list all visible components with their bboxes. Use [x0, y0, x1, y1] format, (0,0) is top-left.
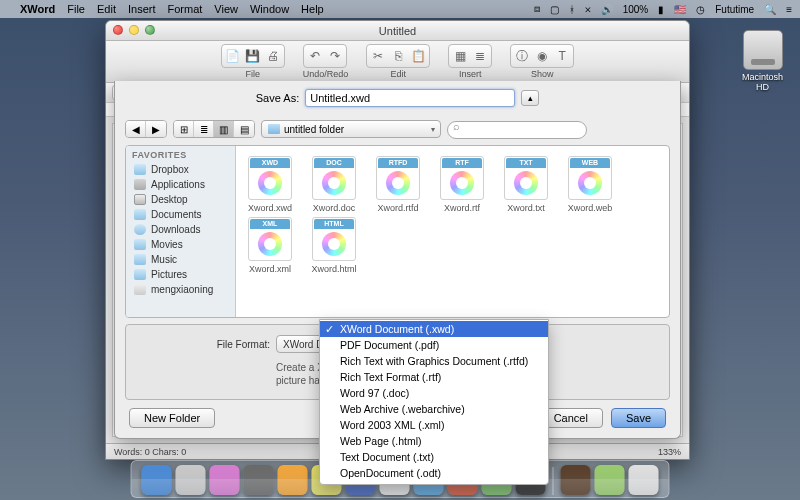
dropbox-menulet-icon[interactable]: ⧈ — [534, 3, 540, 15]
folder-icon — [134, 254, 146, 265]
folder-icon — [134, 269, 146, 280]
collapse-sheet-button[interactable]: ▴ — [521, 90, 539, 106]
copy-icon[interactable]: ⎘ — [389, 47, 407, 65]
toolbar-label-undo: Undo/Redo — [303, 69, 349, 79]
cut-icon[interactable]: ✂ — [369, 47, 387, 65]
format-option[interactable]: Rich Text Format (.rtf) — [320, 369, 548, 385]
clock-icon[interactable]: ◷ — [696, 4, 705, 15]
sidebar-item-pictures[interactable]: Pictures — [126, 267, 235, 282]
app-menu[interactable]: XWord — [20, 3, 55, 15]
toolbar-label-file: File — [245, 69, 260, 79]
file-item[interactable]: TXTXword.txt — [498, 156, 554, 213]
file-item[interactable]: RTFXword.rtf — [434, 156, 490, 213]
drive-icon — [134, 194, 146, 205]
colors-icon[interactable]: ◉ — [533, 47, 551, 65]
format-option[interactable]: Text Document (.txt) — [320, 449, 548, 465]
desktop-drive[interactable]: Macintosh HD — [735, 30, 790, 92]
file-item[interactable]: WEBXword.web — [562, 156, 618, 213]
file-name: Xword.rtfd — [370, 203, 426, 213]
column-view-icon[interactable]: ▥ — [214, 121, 234, 137]
volume-icon[interactable]: 🔊 — [601, 4, 613, 15]
hd-label: Macintosh HD — [735, 72, 790, 92]
file-item[interactable]: HTMLXword.html — [306, 217, 362, 274]
sidebar-item-applications[interactable]: Applications — [126, 177, 235, 192]
wifi-icon[interactable]: ⨉ — [585, 3, 591, 15]
undo-icon[interactable]: ↶ — [306, 47, 324, 65]
fonts-icon[interactable]: T — [553, 47, 571, 65]
icon-view-icon[interactable]: ⊞ — [174, 121, 194, 137]
sidebar-item-desktop[interactable]: Desktop — [126, 192, 235, 207]
toolbar-label-show: Show — [531, 69, 554, 79]
status-words: Words: 0 Chars: 0 — [114, 447, 186, 457]
search-input[interactable] — [447, 121, 587, 139]
list-icon[interactable]: ≣ — [471, 47, 489, 65]
menu-format[interactable]: Format — [167, 3, 202, 15]
redo-icon[interactable]: ↷ — [326, 47, 344, 65]
file-item[interactable]: RTFDXword.rtfd — [370, 156, 426, 213]
list-view-icon[interactable]: ≣ — [194, 121, 214, 137]
table-icon[interactable]: ▦ — [451, 47, 469, 65]
minimize-button[interactable] — [129, 25, 139, 35]
notification-center-icon[interactable]: ≡ — [786, 4, 792, 15]
format-option[interactable]: OpenDocument (.odt) — [320, 465, 548, 481]
coverflow-view-icon[interactable]: ▤ — [234, 121, 254, 137]
file-name: Xword.web — [562, 203, 618, 213]
format-option[interactable]: XWord Document (.xwd) — [320, 321, 548, 337]
format-option[interactable]: Word 97 (.doc) — [320, 385, 548, 401]
menu-file[interactable]: File — [67, 3, 85, 15]
bluetooth-icon[interactable]: ᚼ — [569, 4, 575, 15]
save-as-input[interactable] — [305, 89, 515, 107]
new-folder-button[interactable]: New Folder — [129, 408, 215, 428]
file-format-dropdown[interactable]: XWord Document (.xwd)PDF Document (.pdf)… — [319, 319, 549, 485]
sidebar-item-mengxiaoning[interactable]: mengxiaoning — [126, 282, 235, 297]
sidebar-item-label: Dropbox — [151, 164, 189, 175]
sidebar-item-label: Music — [151, 254, 177, 265]
format-option[interactable]: Word 2003 XML (.xml) — [320, 417, 548, 433]
view-mode-segment[interactable]: ⊞≣▥▤ — [173, 120, 255, 138]
input-flag-icon[interactable]: 🇺🇸 — [674, 4, 686, 15]
folder-icon — [268, 124, 280, 134]
menu-insert[interactable]: Insert — [128, 3, 156, 15]
toolbar-label-insert: Insert — [459, 69, 482, 79]
back-icon[interactable]: ◀ — [126, 121, 146, 137]
sidebar-item-dropbox[interactable]: Dropbox — [126, 162, 235, 177]
menu-help[interactable]: Help — [301, 3, 324, 15]
file-item[interactable]: XMLXword.xml — [242, 217, 298, 274]
file-grid[interactable]: XWDXword.xwdDOCXword.docRTFDXword.rtfdRT… — [236, 146, 669, 317]
format-option[interactable]: Web Archive (.webarchive) — [320, 401, 548, 417]
clock-text[interactable]: Fututime — [715, 4, 754, 15]
toolbar-label-edit: Edit — [391, 69, 407, 79]
save-button[interactable]: Save — [611, 408, 666, 428]
file-item[interactable]: XWDXword.xwd — [242, 156, 298, 213]
menu-edit[interactable]: Edit — [97, 3, 116, 15]
battery-icon[interactable]: ▮ — [658, 4, 664, 15]
zoom-button[interactable] — [145, 25, 155, 35]
new-doc-icon[interactable]: 📄 — [224, 47, 242, 65]
info-icon[interactable]: ⓘ — [513, 47, 531, 65]
sidebar-item-music[interactable]: Music — [126, 252, 235, 267]
paste-icon[interactable]: 📋 — [409, 47, 427, 65]
format-option[interactable]: Rich Text with Graphics Document (.rtfd) — [320, 353, 548, 369]
sidebar-item-movies[interactable]: Movies — [126, 237, 235, 252]
status-zoom[interactable]: 133% — [658, 447, 681, 457]
window-titlebar: Untitled — [106, 21, 689, 41]
path-popup[interactable]: untitled folder — [261, 120, 441, 138]
file-icon: XWD — [248, 156, 292, 200]
forward-icon[interactable]: ▶ — [146, 121, 166, 137]
battery-status[interactable]: 100% — [623, 4, 649, 15]
print-icon[interactable]: 🖨 — [264, 47, 282, 65]
menu-window[interactable]: Window — [250, 3, 289, 15]
home-icon — [134, 284, 146, 295]
file-item[interactable]: DOCXword.doc — [306, 156, 362, 213]
close-button[interactable] — [113, 25, 123, 35]
nav-back-forward[interactable]: ◀▶ — [125, 120, 167, 138]
format-option[interactable]: Web Page (.html) — [320, 433, 548, 449]
display-menulet-icon[interactable]: ▢ — [550, 4, 559, 15]
sidebar-item-downloads[interactable]: Downloads — [126, 222, 235, 237]
menu-view[interactable]: View — [214, 3, 238, 15]
save-icon[interactable]: 💾 — [244, 47, 262, 65]
spotlight-icon[interactable]: 🔍 — [764, 4, 776, 15]
sidebar-item-label: Downloads — [151, 224, 200, 235]
sidebar-item-documents[interactable]: Documents — [126, 207, 235, 222]
format-option[interactable]: PDF Document (.pdf) — [320, 337, 548, 353]
